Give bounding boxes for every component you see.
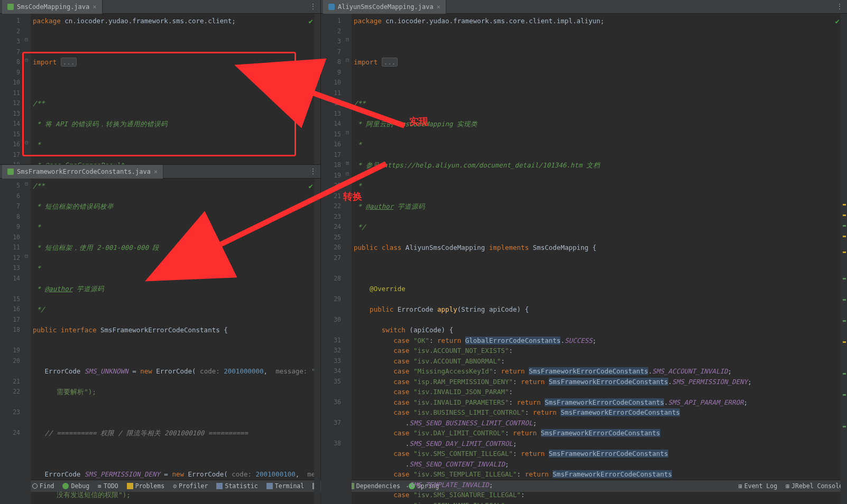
tab-overflow-icon[interactable]: ⋮ — [309, 167, 317, 175]
editor-pane-constants: SmsFrameworkErrorCodeConstants.java × ⋮ … — [0, 165, 320, 504]
java-interface-icon — [7, 169, 14, 175]
tab-bar: SmsFrameworkErrorCodeConstants.java × ⋮ — [0, 165, 320, 179]
editor-pane-aliyun: AliyunSmsCodeMapping.java × ⋮ 1237891011… — [321, 0, 847, 504]
line-gutter: 1237891011121314151617181920212223242526… — [321, 14, 345, 504]
fold-column[interactable]: ⊟ ⊟ — [24, 179, 31, 504]
inspection-ok-icon[interactable]: ✔ — [835, 17, 840, 25]
fold-column[interactable]: ⊟ ⊟ ⊟ ⊞ ⊟ — [345, 14, 352, 504]
tab-aliyun[interactable]: AliyunSmsCodeMapping.java × — [323, 0, 446, 14]
scrollbar[interactable] — [314, 179, 320, 504]
tab-label: SmsFrameworkErrorCodeConstants.java — [17, 168, 151, 175]
close-icon[interactable]: × — [154, 168, 158, 175]
tab-label: SmsCodeMapping.java — [17, 3, 89, 11]
tab-bar: AliyunSmsCodeMapping.java × ⋮ — [321, 0, 847, 14]
close-icon[interactable]: × — [93, 3, 96, 11]
code-area[interactable]: package cn.iocoder.yudao.framework.sms.c… — [352, 14, 841, 504]
scrollbar[interactable] — [841, 14, 847, 504]
editor-pane-sms-code-mapping: SmsCodeMapping.java × ⋮ 1237891011121314… — [0, 0, 320, 165]
line-gutter: 123789101112131415161718 — [0, 14, 24, 164]
inspection-ok-icon[interactable]: ✔ — [309, 17, 313, 25]
fold-column[interactable]: ⊟ ⊟ ⊟ — [24, 14, 31, 164]
tab-overflow-icon[interactable]: ⋮ — [309, 2, 317, 11]
java-interface-icon — [7, 4, 14, 10]
tab-bar: SmsCodeMapping.java × ⋮ — [0, 0, 320, 14]
tab-constants[interactable]: SmsFrameworkErrorCodeConstants.java × — [2, 165, 163, 179]
line-gutter: 56789101112131415161718192021222324 — [0, 179, 24, 504]
tab-overflow-icon[interactable]: ⋮ — [836, 2, 844, 11]
inspection-ok-icon[interactable]: ✔ — [309, 182, 313, 190]
close-icon[interactable]: × — [437, 3, 440, 11]
code-editor[interactable]: 123789101112131415161718 ⊟ ⊟ ⊟ package c… — [0, 14, 320, 164]
code-editor[interactable]: 56789101112131415161718192021222324 ⊟ ⊟ … — [0, 179, 320, 504]
code-area[interactable]: /** * 短信框架的错误码枚举 * * 短信框架，使用 2-001-000-0… — [31, 179, 314, 504]
tab-label: AliyunSmsCodeMapping.java — [338, 3, 434, 11]
scrollbar[interactable] — [314, 14, 320, 164]
tab-sms-code-mapping[interactable]: SmsCodeMapping.java × — [2, 0, 103, 14]
java-class-icon — [328, 4, 335, 10]
code-editor[interactable]: 1237891011121314151617181920212223242526… — [321, 14, 847, 504]
code-area[interactable]: package cn.iocoder.yudao.framework.sms.c… — [31, 14, 314, 164]
